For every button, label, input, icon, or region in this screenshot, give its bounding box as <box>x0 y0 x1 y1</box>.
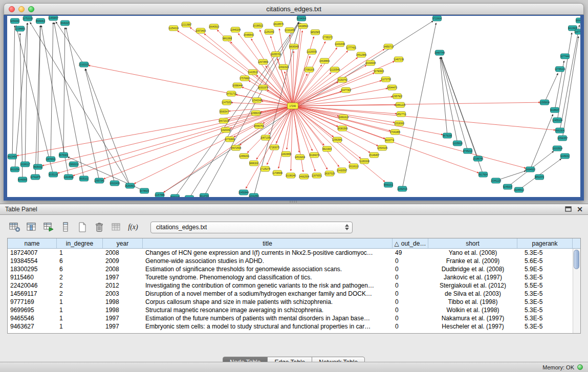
graph-node[interactable]: 11073755 <box>381 77 391 82</box>
graph-node[interactable]: 15560761 <box>254 123 265 128</box>
graph-node[interactable]: 17135278 <box>260 166 271 171</box>
graph-node[interactable]: 10196340 <box>286 173 296 178</box>
graph-node[interactable]: 9722604 <box>432 16 442 21</box>
graph-node[interactable]: 11604580 <box>63 174 74 180</box>
graph-node[interactable]: 8745210 <box>463 148 472 154</box>
minimize-window-button[interactable] <box>18 6 25 12</box>
graph-node[interactable]: 8346995 <box>18 177 27 182</box>
table-row[interactable]: 1872400712008Changes of HCN gene express… <box>8 249 580 257</box>
graph-node[interactable]: 14701732 <box>226 91 237 96</box>
graph-node[interactable]: 8194064 <box>297 16 306 21</box>
graph-node[interactable]: 9378609 <box>140 188 149 193</box>
column-header-short[interactable]: short <box>428 238 517 248</box>
graph-node[interactable]: 10590357 <box>557 136 568 141</box>
column-header-year[interactable]: year <box>103 238 143 248</box>
graph-node[interactable]: 10732806 <box>225 137 235 142</box>
graph-node[interactable]: 8684463 <box>36 18 45 24</box>
graph-node[interactable]: 10450844 <box>238 190 249 195</box>
panel-splitter-grip[interactable] <box>290 201 298 203</box>
graph-node[interactable]: 8923456 <box>8 154 17 159</box>
graph-node[interactable]: 17240 <box>288 103 298 109</box>
table-scrollbar[interactable] <box>573 249 580 333</box>
graph-node[interactable]: 15489542 <box>244 32 254 37</box>
graph-node[interactable]: 9605432 <box>33 164 42 169</box>
graph-node[interactable]: 11283308 <box>359 159 370 164</box>
graph-node[interactable]: 12735104 <box>555 67 565 72</box>
table-row[interactable]: 946362711997Embryonic stem cells: a mode… <box>8 322 580 331</box>
graph-node[interactable]: 10341228 <box>491 178 502 183</box>
graph-node[interactable]: 15146457 <box>369 152 380 158</box>
graph-node[interactable]: 14512966 <box>356 52 367 57</box>
graph-node[interactable]: 9921904 <box>322 146 332 151</box>
column-header-name[interactable]: name <box>8 238 57 248</box>
graph-node[interactable]: 19487744 <box>434 50 445 55</box>
graph-node[interactable]: 12161655 <box>285 28 295 33</box>
graph-node[interactable]: 12504105 <box>377 145 388 150</box>
graph-node[interactable]: 12673559 <box>258 59 269 64</box>
graph-node[interactable]: 12858291 <box>239 154 250 159</box>
graph-node[interactable]: 16055709 <box>271 52 281 57</box>
graph-node[interactable]: 11431699 <box>335 41 345 47</box>
graph-node[interactable]: 9277444 <box>560 54 570 59</box>
graph-node[interactable]: 16184072 <box>309 152 320 158</box>
graph-node[interactable]: 12563941 <box>332 137 343 142</box>
graph-node[interactable]: 9806549 <box>289 44 298 49</box>
graph-node[interactable]: 10186746 <box>473 156 484 161</box>
table-row[interactable]: 1938455462009Genome-wide association stu… <box>8 257 580 265</box>
graph-node[interactable]: 20163105 <box>79 62 90 67</box>
graph-node[interactable]: 8810254 <box>10 167 19 172</box>
table-row[interactable]: 1456911722003Disruption of a novel membe… <box>8 290 580 298</box>
network-canvas[interactable]: 1724011254319122139871097340316640910986… <box>7 16 580 197</box>
graph-node[interactable]: 14638866 <box>319 58 330 63</box>
graph-node[interactable]: 9560151 <box>384 182 393 187</box>
select-columns-button[interactable] <box>24 221 39 234</box>
graph-node[interactable]: 12876551 <box>312 173 322 178</box>
graph-node[interactable]: 11823865 <box>281 151 292 157</box>
graph-node[interactable]: 11415515 <box>248 70 258 75</box>
graph-node[interactable]: 16672014 <box>219 118 229 123</box>
graph-node[interactable]: 14527711 <box>396 112 407 117</box>
graph-node[interactable]: 18544470 <box>387 85 398 90</box>
graph-node[interactable]: 18228576 <box>273 21 284 27</box>
graph-node[interactable]: 14850713 <box>383 44 394 49</box>
import-table-button[interactable] <box>41 221 56 234</box>
graph-node[interactable]: 14519204 <box>295 155 306 160</box>
graph-node[interactable]: 10753339 <box>23 16 33 21</box>
graph-node[interactable]: 14638563 <box>298 24 309 29</box>
graph-node[interactable]: 11467239 <box>394 57 404 62</box>
graph-node[interactable]: 16640910 <box>209 24 220 29</box>
graph-node[interactable]: 10022436 <box>110 181 120 186</box>
graph-node[interactable]: 10193008 <box>365 60 376 65</box>
graph-node[interactable]: 15672594 <box>231 145 242 150</box>
graph-node[interactable]: 11708999 <box>272 170 283 176</box>
graph-node[interactable]: 13057894 <box>184 195 195 197</box>
float-panel-icon[interactable] <box>565 205 572 214</box>
table-row[interactable]: 946554611997Estimation of the future num… <box>8 314 580 322</box>
graph-node[interactable]: 9245032 <box>560 154 570 159</box>
table-panel-settings-button[interactable] <box>7 221 23 234</box>
table-scrollbar-thumb[interactable] <box>574 250 579 269</box>
graph-node[interactable]: 10741875 <box>30 174 41 180</box>
graph-node[interactable]: 8990215 <box>170 194 180 197</box>
graph-node[interactable]: 10196522 <box>253 23 264 28</box>
create-new-table-button[interactable] <box>75 221 90 234</box>
row-operations-button[interactable] <box>58 221 73 234</box>
graph-node[interactable]: 10861225 <box>395 102 406 107</box>
window-titlebar[interactable]: citations_edges.txt <box>4 3 584 15</box>
graph-node[interactable]: 18307029 <box>324 171 335 176</box>
graph-node[interactable]: 18381569 <box>337 126 348 131</box>
graph-node[interactable]: 9861998 <box>223 36 232 41</box>
graph-node[interactable]: 11459867 <box>48 16 59 20</box>
graph-node[interactable]: 16293762 <box>337 77 348 82</box>
graph-node[interactable]: 16116113 <box>349 164 359 169</box>
graph-node[interactable]: 10196117 <box>20 162 31 167</box>
graph-node[interactable]: 16790903 <box>374 69 384 74</box>
graph-node[interactable]: 18301976 <box>258 85 269 90</box>
graph-node[interactable]: 12957922 <box>392 94 403 99</box>
merge-tables-button[interactable] <box>108 221 124 234</box>
graph-node[interactable]: 9580547 <box>220 109 229 114</box>
table-selector-dropdown[interactable]: citations_edges.txt <box>150 222 353 233</box>
graph-node[interactable]: 9546325 <box>60 20 70 26</box>
graph-node[interactable]: 11035620 <box>452 141 463 146</box>
graph-node[interactable]: 8661904 <box>555 128 564 133</box>
